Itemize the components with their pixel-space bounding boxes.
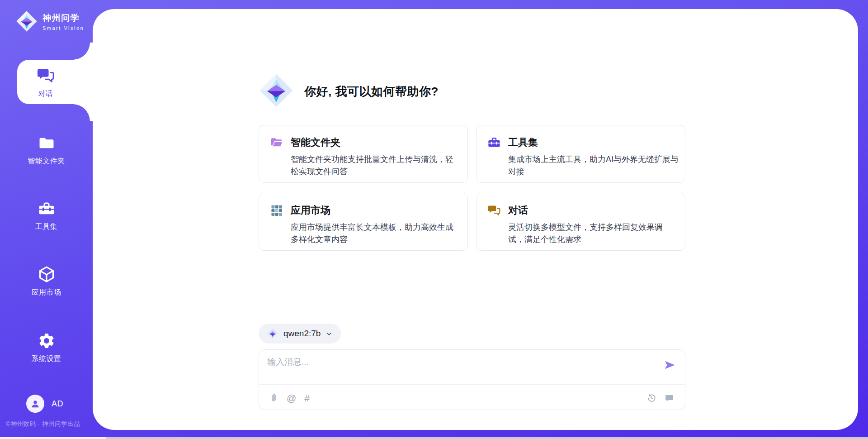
sidebar-item-label: 智能文件夹 [28, 157, 65, 165]
greeting-title: 你好, 我可以如何帮助你? [304, 84, 439, 100]
sidebar-item-app-market[interactable]: 应用市场 [0, 265, 93, 297]
card-title: 应用市场 [291, 204, 330, 217]
sidebar: 神州问学 Smart Vision 对话 智能文件夹 [0, 0, 93, 439]
brand-diamond-logo-icon [258, 72, 294, 110]
card-toolset[interactable]: 工具集 集成市场上主流工具，助力AI与外界无缝扩展与对接 [476, 125, 685, 183]
gear-icon [0, 332, 93, 350]
scrollbar-thumb[interactable] [0, 437, 106, 439]
card-chat[interactable]: 对话 灵活切换多模型文件，支持多样回复效果调试，满足个性化需求 [476, 193, 685, 251]
card-description: 灵活切换多模型文件，支持多样回复效果调试，满足个性化需求 [508, 221, 679, 246]
greeting-block: 你好, 我可以如何帮助你? [258, 72, 439, 110]
main-content-surface: 你好, 我可以如何帮助你? 智能文件夹 智能文件夹功能支持批量文件上传与清洗，轻… [93, 9, 858, 430]
card-title: 智能文件夹 [291, 136, 340, 149]
chat-bubbles-icon [36, 66, 55, 85]
history-icon[interactable] [647, 393, 656, 403]
card-smart-folder[interactable]: 智能文件夹 智能文件夹功能支持批量文件上传与清洗，轻松实现文件问答 [259, 125, 468, 183]
brand-name-en: Smart Vision [42, 25, 84, 31]
card-description: 应用市场提供丰富长文本模板，助力高效生成多样化文章内容 [291, 221, 461, 246]
sidebar-item-smart-folder[interactable]: 智能文件夹 [0, 134, 93, 166]
card-description: 智能文件夹功能支持批量文件上传与清洗，轻松实现文件问答 [291, 153, 461, 178]
model-selector[interactable]: qwen2:7b [259, 324, 341, 344]
horizontal-scrollbar[interactable] [0, 437, 868, 439]
avatar [26, 395, 44, 413]
open-folder-icon [270, 136, 283, 149]
sidebar-item-label: 应用市场 [32, 288, 61, 296]
sidebar-item-chat[interactable]: 对话 [17, 60, 93, 104]
card-title: 工具集 [508, 136, 538, 149]
toolbox-icon [0, 200, 93, 218]
model-logo-icon [267, 328, 278, 339]
send-button[interactable] [664, 359, 676, 371]
brand-diamond-icon [15, 10, 38, 33]
folder-icon [0, 134, 93, 152]
app-grid-icon [270, 204, 283, 217]
person-icon [30, 399, 40, 409]
message-input[interactable] [267, 356, 656, 382]
mention-icon[interactable]: @ [287, 393, 296, 403]
composer-tools-right [647, 393, 674, 403]
toolbox-icon [487, 136, 501, 149]
card-title: 对话 [508, 204, 528, 217]
brand-name-cn: 神州问学 [42, 12, 84, 24]
brand-logo: 神州问学 Smart Vision [15, 10, 84, 33]
feature-cards-grid: 智能文件夹 智能文件夹功能支持批量文件上传与清洗，轻松实现文件问答 工具集 集成… [259, 125, 685, 251]
message-composer: @ # [259, 349, 685, 410]
sidebar-item-toolset[interactable]: 工具集 [0, 200, 93, 232]
user-name: AD [52, 399, 63, 409]
chat-bubbles-icon [487, 204, 501, 217]
copyright-footer: ©神州数码 · 神州问学出品 [6, 420, 80, 428]
chat-bubble-icon[interactable] [665, 393, 674, 403]
cube-icon [0, 265, 93, 283]
composer-divider [259, 384, 685, 385]
model-name: qwen2:7b [283, 329, 321, 339]
sidebar-item-settings[interactable]: 系统设置 [0, 332, 93, 364]
sidebar-item-label: 系统设置 [32, 355, 61, 363]
send-icon [664, 359, 676, 371]
user-profile[interactable]: AD [26, 395, 63, 413]
chevron-down-icon [326, 330, 333, 338]
composer-tools-left: @ # [269, 393, 310, 403]
sidebar-item-label: 工具集 [35, 223, 58, 230]
sidebar-item-label: 对话 [38, 89, 53, 99]
card-description: 集成市场上主流工具，助力AI与外界无缝扩展与对接 [508, 153, 679, 178]
card-app-market[interactable]: 应用市场 应用市场提供丰富长文本模板，助力高效生成多样化文章内容 [259, 193, 468, 251]
hashtag-icon[interactable]: # [304, 393, 310, 403]
attachment-icon[interactable] [269, 393, 278, 403]
